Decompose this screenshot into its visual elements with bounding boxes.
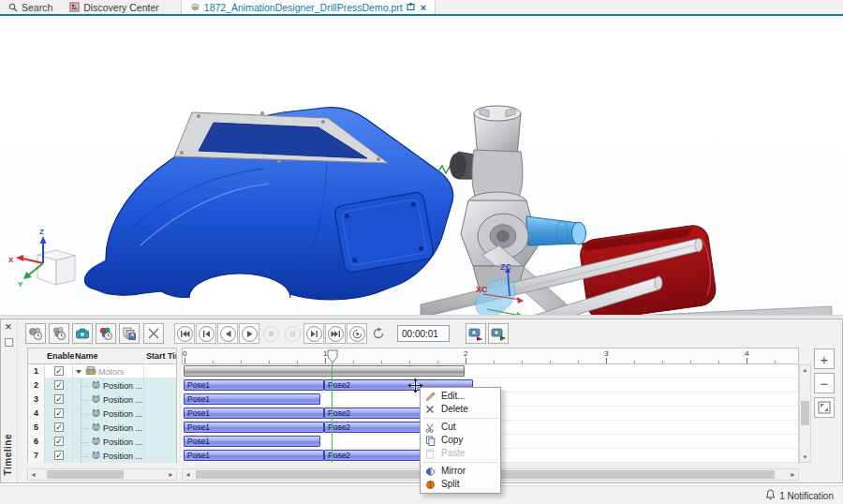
export-movie-button[interactable]	[488, 323, 509, 344]
delete-button[interactable]	[143, 323, 164, 344]
timeline-side-strip: × Timeline	[1, 319, 18, 482]
refresh-button[interactable]	[368, 323, 389, 344]
scroll-left-icon[interactable]: ◄	[183, 469, 193, 480]
bar-label: Pose1	[187, 451, 210, 460]
timeline-edit-toolbar	[25, 323, 140, 344]
play-once-button[interactable]	[347, 323, 367, 344]
colored-spheres-clock-button[interactable]	[96, 323, 116, 344]
graphics-viewport[interactable]: ZC XC Z X Y	[0, 18, 843, 315]
grid-row-7[interactable]: 7✓Position ...	[28, 449, 176, 463]
menu-item-label: Edit...	[441, 391, 466, 401]
timeline-bar-pose1-row7[interactable]: Pose1	[184, 450, 324, 461]
menu-item-delete[interactable]: Delete	[421, 403, 500, 416]
enable-cell: ✓	[45, 393, 73, 407]
chevron-down-icon[interactable]	[76, 370, 81, 374]
timeline-bar-group-row1[interactable]	[184, 365, 465, 377]
zoom-out-button[interactable]: −	[814, 373, 835, 393]
triad-y-label: Y	[18, 280, 23, 289]
enable-checkbox[interactable]: ✓	[54, 451, 64, 460]
grid-row-6[interactable]: 6✓Position ...	[28, 435, 176, 449]
timeline-bar-pose1-row5[interactable]: Pose1	[184, 422, 324, 433]
camera-button[interactable]	[72, 323, 93, 344]
stop-button[interactable]	[260, 323, 281, 344]
play-forward-button[interactable]	[239, 323, 259, 344]
position-motor-icon	[91, 422, 101, 434]
notification-label: 1 Notification	[779, 491, 834, 501]
scroll-down-icon[interactable]: ▼	[800, 452, 810, 462]
fit-timeline-button[interactable]	[814, 397, 835, 418]
playhead-marker[interactable]	[327, 349, 338, 365]
timeline-bar-pose1-row4[interactable]: Pose1	[184, 408, 324, 419]
menu-item-split[interactable]: Split	[421, 478, 500, 491]
ruler-minor-tick	[269, 361, 270, 363]
pin-icon[interactable]	[407, 3, 415, 11]
copy-save-button[interactable]	[119, 323, 140, 344]
grid-row-4[interactable]: 4✓Position ...	[28, 407, 176, 421]
header-name: Name	[75, 351, 144, 361]
row-name-label: Position ...	[103, 409, 142, 419]
enable-checkbox[interactable]: ✓	[54, 408, 64, 418]
close-panel-icon[interactable]: ×	[5, 320, 12, 334]
enable-cell: ✓	[45, 435, 73, 449]
step-forward-button[interactable]	[303, 323, 324, 344]
grid-row-5[interactable]: 5✓Position ...	[28, 421, 176, 435]
close-tab-icon[interactable]: ×	[421, 2, 426, 13]
scrollbar-thumb[interactable]	[47, 470, 124, 479]
grid-row-1[interactable]: 1✓Motors	[28, 364, 176, 378]
timeline-bar-pose1-row6[interactable]: Pose1	[184, 436, 320, 447]
menu-item-mirror[interactable]: Mirror	[421, 465, 500, 478]
play-backward-button[interactable]	[217, 323, 238, 344]
scroll-left-icon[interactable]: ◄	[28, 469, 38, 480]
timeline-lane-row1	[182, 364, 799, 378]
ruler-minor-tick	[522, 361, 523, 363]
spheres-clock-button[interactable]	[49, 323, 69, 344]
enable-checkbox[interactable]: ✓	[54, 366, 64, 376]
skip-to-end-button[interactable]	[325, 323, 346, 344]
tab-discovery-center[interactable]: Discovery Center	[61, 0, 168, 14]
row-name-label: Position ...	[103, 395, 142, 405]
time-input[interactable]	[397, 325, 450, 342]
enable-checkbox[interactable]: ✓	[54, 437, 64, 446]
scroll-right-icon[interactable]: ►	[166, 469, 176, 480]
menu-item-paste[interactable]: Paste	[421, 447, 500, 460]
ruler-minor-tick	[437, 361, 438, 363]
chart-vertical-scrollbar[interactable]: ▲ ▼	[799, 364, 811, 463]
scroll-right-icon[interactable]: ►	[788, 469, 798, 480]
tab-search-label: Search	[22, 2, 52, 13]
grid-horizontal-scrollbar[interactable]: ◄ ►	[27, 468, 177, 481]
timeline-bar-pose1-row2[interactable]: Pose1	[184, 379, 324, 391]
scrollbar-thumb[interactable]	[801, 401, 809, 425]
time-ruler[interactable]: 01234	[182, 348, 799, 364]
pencil-icon	[424, 391, 436, 402]
step-backward-button[interactable]	[196, 323, 216, 344]
ruler-tick-label: 0	[183, 349, 186, 358]
notification-area[interactable]: 1 Notification	[765, 489, 834, 502]
tab-document[interactable]: 1872_AnimationDesigner_DrillPressDemo.pr…	[181, 0, 436, 14]
tab-discovery-center-label: Discovery Center	[83, 2, 159, 13]
enable-checkbox[interactable]: ✓	[54, 422, 64, 432]
grid-row-3[interactable]: 3✓Position ...	[28, 393, 176, 407]
tab-search[interactable]: Search	[0, 0, 61, 14]
row-number: 3	[28, 393, 45, 407]
enable-checkbox[interactable]: ✓	[54, 394, 64, 404]
view-triad: Z X Y	[8, 228, 75, 289]
bar-label: Pose1	[187, 380, 210, 390]
menu-item-cut[interactable]: Cut	[421, 421, 500, 434]
grid-row-2[interactable]: 2✓Position ...	[28, 378, 176, 393]
pause-button[interactable]	[282, 323, 303, 344]
enable-checkbox[interactable]: ✓	[54, 380, 64, 390]
tree-connector	[81, 422, 89, 435]
playback-toolbar	[174, 323, 389, 344]
timeline-bar-pose1-row3[interactable]: Pose1	[184, 393, 320, 405]
panel-dock-checkbox[interactable]	[5, 338, 13, 347]
blue-housing-part[interactable]	[84, 108, 452, 316]
gears-clock-button[interactable]	[25, 323, 46, 344]
name-cell: Position ...	[73, 421, 144, 435]
export-animation-button[interactable]	[466, 323, 486, 344]
skip-to-start-button[interactable]	[174, 323, 195, 344]
menu-item-edit[interactable]: Edit...	[421, 390, 500, 403]
menu-item-copy[interactable]: Copy	[421, 434, 500, 447]
scroll-up-icon[interactable]: ▲	[800, 365, 810, 375]
ruler-minor-tick	[353, 361, 354, 363]
zoom-in-button[interactable]: +	[814, 348, 835, 369]
